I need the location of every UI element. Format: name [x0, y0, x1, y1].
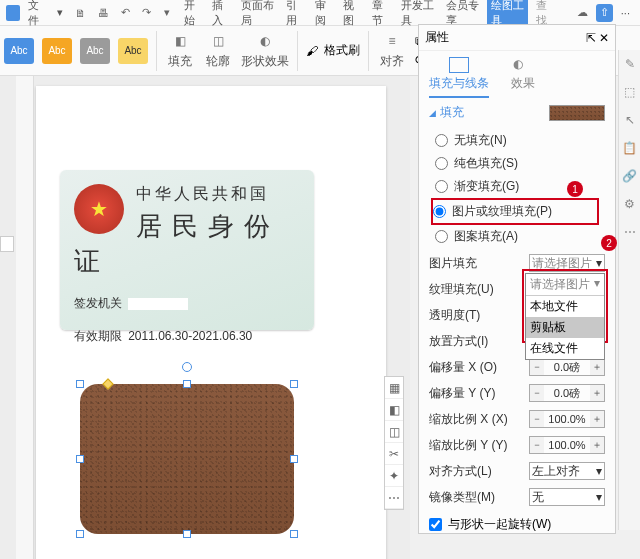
fill-type-radios: 无填充(N) 纯色填充(S) 渐变填充(G) 图片或纹理填充(P) 图案填充(A… [419, 127, 615, 250]
callout-2: 2 [601, 235, 617, 251]
settings-icon[interactable]: ⚙ [619, 190, 640, 218]
radio-picture-texture-fill[interactable]: 图片或纹理填充(P) [431, 198, 599, 225]
resize-handle[interactable] [183, 530, 191, 538]
increment-button[interactable]: ＋ [590, 385, 604, 401]
increment-button[interactable]: ＋ [590, 437, 604, 453]
chevron-down-icon[interactable]: ▾ [53, 6, 67, 19]
close-icon[interactable]: ✕ [599, 31, 609, 45]
id-card-image[interactable]: ★ 中华人民共和国 居民身份证 签发机关 有效期限 2011.06.30-202… [60, 170, 314, 330]
tab-view[interactable]: 视图 [339, 0, 364, 28]
fill-section-header[interactable]: ◢填充 [419, 98, 615, 127]
pin-icon[interactable]: ⇱ [586, 31, 596, 45]
clipboard-icon[interactable]: 📋 [619, 134, 640, 162]
label-offset-x: 偏移量 X (O) [429, 359, 497, 376]
rotate-handle[interactable] [182, 362, 192, 372]
page: ★ 中华人民共和国 居民身份证 签发机关 有效期限 2011.06.30-202… [36, 86, 386, 559]
resize-handle[interactable] [290, 530, 298, 538]
resize-handle[interactable] [76, 380, 84, 388]
radio-no-fill[interactable]: 无填充(N) [435, 129, 599, 152]
resize-handle[interactable] [290, 455, 298, 463]
label-align-mode: 对齐方式(L) [429, 463, 492, 480]
align-mode-dropdown[interactable]: 左上对齐▾ [529, 462, 605, 480]
option-clipboard[interactable]: 剪贴板 [526, 317, 604, 338]
card-agency-row: 签发机关 [74, 295, 300, 312]
style-swatch-1[interactable]: Abc [4, 38, 34, 64]
label-mirror: 镜像类型(M) [429, 489, 495, 506]
option-local-file[interactable]: 本地文件 [526, 296, 604, 317]
print-icon[interactable]: 🖶 [94, 3, 113, 23]
selected-shape[interactable] [80, 384, 294, 534]
menubar: 文件 ▾ 🗎 🖶 ↶ ↷ ▾ 开始插入页面布局引用审阅视图章节开发工具会员专享 … [0, 0, 640, 26]
fill-icon[interactable]: ◧ [385, 399, 403, 421]
increment-button[interactable]: ＋ [590, 359, 604, 375]
more-icon[interactable]: ··· [617, 7, 634, 19]
decrement-button[interactable]: － [530, 385, 544, 401]
label-layout: 放置方式(I) [429, 333, 488, 350]
tab-section[interactable]: 章节 [368, 0, 393, 28]
save-icon[interactable]: 🗎 [71, 3, 90, 23]
resize-handle[interactable] [76, 455, 84, 463]
fill-dropdown[interactable]: ◧填充 [165, 31, 195, 70]
side-toolbar: ✎ ⬚ ↖ 📋 🔗 ⚙ ⋯ [618, 50, 640, 530]
paste-options-icon[interactable] [0, 236, 14, 252]
tab-start[interactable]: 开始 [180, 0, 205, 28]
callout-1: 1 [567, 181, 583, 197]
link-icon[interactable]: 🔗 [619, 162, 640, 190]
menu-file[interactable]: 文件 [24, 0, 49, 28]
tab-insert[interactable]: 插入 [208, 0, 233, 28]
style-swatch-3[interactable]: Abc [80, 38, 110, 64]
app-logo [6, 5, 20, 21]
property-panel: 属性 ⇱ ✕ 填充与线条 ◐效果 ◢填充 无填充(N) 纯色填充(S) 渐变填充… [418, 24, 616, 534]
scale-x-spinner[interactable]: －100.0%＋ [529, 410, 605, 428]
resize-handle[interactable] [290, 380, 298, 388]
card-valid-row: 有效期限 2011.06.30-2021.06.30 [74, 328, 300, 345]
pointer-icon[interactable]: ↖ [619, 106, 640, 134]
layout-icon[interactable]: ▦ [385, 377, 403, 399]
decrement-button[interactable]: － [530, 359, 544, 375]
tab-effects[interactable]: ◐效果 [511, 57, 535, 98]
tab-ref[interactable]: 引用 [282, 0, 307, 28]
align-dropdown[interactable]: ≡对齐 [377, 31, 407, 70]
radio-solid-fill[interactable]: 纯色填充(S) [435, 152, 599, 175]
outline-icon[interactable]: ◫ [385, 421, 403, 443]
option-online-file[interactable]: 在线文件 [526, 338, 604, 359]
dropdown-header[interactable]: 请选择图片▾ [526, 274, 604, 296]
tab-review[interactable]: 审阅 [311, 0, 336, 28]
effects-icon[interactable]: ✦ [385, 465, 403, 487]
tab-fill-stroke[interactable]: 填充与线条 [429, 57, 489, 98]
increment-button[interactable]: ＋ [590, 411, 604, 427]
tab-layout[interactable]: 页面布局 [237, 0, 278, 28]
label-texture-fill: 纹理填充(U) [429, 281, 494, 298]
undo-icon[interactable]: ↶ [117, 3, 134, 23]
current-fill-swatch[interactable] [549, 105, 605, 121]
picture-fill-dropdown[interactable]: 请选择图片▾ [529, 254, 605, 272]
chevron-down-icon[interactable]: ▾ [159, 3, 176, 23]
redo-icon[interactable]: ↷ [138, 3, 155, 23]
style-swatch-2[interactable]: Abc [42, 38, 72, 64]
decrement-button[interactable]: － [530, 437, 544, 453]
offset-x-spinner[interactable]: －0.0磅＋ [529, 358, 605, 376]
rotate-with-shape-checkbox[interactable]: 与形状一起旋转(W) [419, 510, 615, 539]
national-emblem-icon: ★ [74, 184, 124, 234]
share-button[interactable]: ⇧ [596, 4, 613, 22]
offset-y-spinner[interactable]: －0.0磅＋ [529, 384, 605, 402]
style-swatch-4[interactable]: Abc [118, 38, 148, 64]
cloud-icon[interactable]: ☁ [573, 3, 592, 23]
resize-handle[interactable] [183, 380, 191, 388]
select-icon[interactable]: ⬚ [619, 78, 640, 106]
document-canvas[interactable]: ★ 中华人民共和国 居民身份证 签发机关 有效期限 2011.06.30-202… [0, 76, 410, 559]
edit-icon[interactable]: ✎ [619, 50, 640, 78]
scale-y-spinner[interactable]: －100.0%＋ [529, 436, 605, 454]
resize-handle[interactable] [76, 530, 84, 538]
shape-effects-dropdown[interactable]: ◐形状效果 [241, 31, 289, 70]
crop-icon[interactable]: ✂ [385, 443, 403, 465]
outline-dropdown[interactable]: ◫轮廓 [203, 31, 233, 70]
more-icon[interactable]: ⋯ [619, 218, 640, 246]
panel-title: 属性 [425, 29, 449, 46]
decrement-button[interactable]: － [530, 411, 544, 427]
picture-source-dropdown-open: 请选择图片▾ 本地文件 剪贴板 在线文件 [525, 273, 605, 360]
radio-pattern-fill[interactable]: 图案填充(A) [435, 225, 599, 248]
format-brush[interactable]: 🖌格式刷 [306, 42, 360, 59]
mirror-dropdown[interactable]: 无▾ [529, 488, 605, 506]
more-icon[interactable]: ⋯ [385, 487, 403, 509]
